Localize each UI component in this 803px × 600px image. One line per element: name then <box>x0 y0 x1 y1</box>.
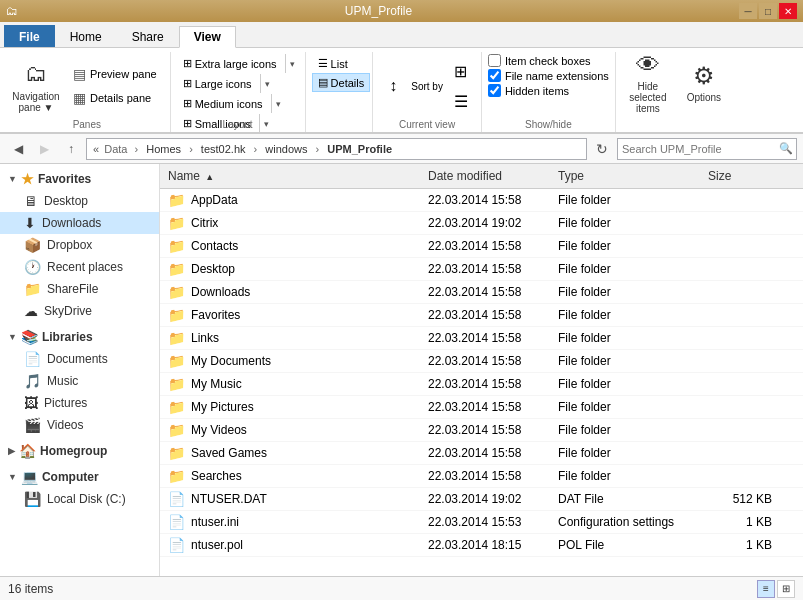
details-view-btn[interactable]: ≡ <box>757 580 775 598</box>
table-row[interactable]: 📁 My Music 22.03.2014 15:58 File folder <box>160 373 803 396</box>
table-row[interactable]: 📁 Downloads 22.03.2014 15:58 File folder <box>160 281 803 304</box>
table-row[interactable]: 📁 Favorites 22.03.2014 15:58 File folder <box>160 304 803 327</box>
libraries-header[interactable]: ▼ 📚 Libraries <box>0 326 159 348</box>
tab-home[interactable]: Home <box>55 25 117 47</box>
close-button[interactable]: ✕ <box>779 3 797 19</box>
view-icon-1[interactable]: ⊞ <box>447 57 475 85</box>
table-row[interactable]: 📁 My Videos 22.03.2014 15:58 File folder <box>160 419 803 442</box>
sidebar-item-downloads[interactable]: ⬇ Downloads <box>0 212 159 234</box>
tab-share[interactable]: Share <box>117 25 179 47</box>
col-header-name[interactable]: Name ▲ <box>160 167 420 185</box>
search-icon[interactable]: 🔍 <box>776 139 796 159</box>
table-row[interactable]: 📁 Citrix 22.03.2014 19:02 File folder <box>160 212 803 235</box>
col-header-type[interactable]: Type <box>550 167 700 185</box>
computer-header[interactable]: ▼ 💻 Computer <box>0 466 159 488</box>
hide-selected-icon: 👁 <box>636 51 660 79</box>
hidden-items-checkbox[interactable] <box>488 84 501 97</box>
refresh-button[interactable]: ↻ <box>591 138 613 160</box>
action-buttons: 👁 Hide selected items ⚙ Options <box>622 54 730 124</box>
details-button[interactable]: ▤ Details <box>312 73 371 92</box>
file-date-cell: 22.03.2014 15:53 <box>420 514 550 530</box>
file-icon: 📄 <box>168 537 185 553</box>
table-row[interactable]: 📁 Desktop 22.03.2014 15:58 File folder <box>160 258 803 281</box>
table-row[interactable]: 📁 Links 22.03.2014 15:58 File folder <box>160 327 803 350</box>
sidebar-item-pictures[interactable]: 🖼 Pictures <box>0 392 159 414</box>
sidebar-item-local-disk[interactable]: 💾 Local Disk (C:) <box>0 488 159 510</box>
sidebar-item-dropbox[interactable]: 📦 Dropbox <box>0 234 159 256</box>
file-name: Favorites <box>191 308 240 322</box>
file-name-cell: 📁 My Music <box>160 375 420 393</box>
libraries-label: Libraries <box>42 330 93 344</box>
table-row[interactable]: 📁 Searches 22.03.2014 15:58 File folder <box>160 465 803 488</box>
address-path[interactable]: « Data › Homes › test02.hk › windows › U… <box>86 138 587 160</box>
forward-button[interactable]: ▶ <box>32 138 56 160</box>
table-row[interactable]: 📁 My Documents 22.03.2014 15:58 File fol… <box>160 350 803 373</box>
layout-content: ⊞ Extra large icons ▾ ⊞ Large icons ▾ ⊞ <box>177 54 299 147</box>
file-name-extensions-row[interactable]: File name extensions <box>488 69 609 82</box>
sidebar-item-sharefile[interactable]: 📁 ShareFile <box>0 278 159 300</box>
file-icon: 📁 <box>168 330 185 346</box>
table-row[interactable]: 📄 NTUSER.DAT 22.03.2014 19:02 DAT File 5… <box>160 488 803 511</box>
file-type-cell: File folder <box>550 399 700 415</box>
back-button[interactable]: ◀ <box>6 138 30 160</box>
item-checkboxes-checkbox[interactable] <box>488 54 501 67</box>
sidebar-section-favorites: ▼ ★ Favorites 🖥 Desktop ⬇ Downloads 📦 Dr… <box>0 168 159 322</box>
table-row[interactable]: 📁 My Pictures 22.03.2014 15:58 File fold… <box>160 396 803 419</box>
list-button[interactable]: ☰ List <box>312 54 354 73</box>
table-row[interactable]: 📁 Contacts 22.03.2014 15:58 File folder <box>160 235 803 258</box>
table-row[interactable]: 📁 AppData 22.03.2014 15:58 File folder <box>160 189 803 212</box>
desktop-icon: 🖥 <box>24 193 38 209</box>
file-name-cell: 📄 ntuser.pol <box>160 536 420 554</box>
path-part-0[interactable]: « <box>93 143 99 155</box>
minimize-button[interactable]: ─ <box>739 3 757 19</box>
details-pane-button[interactable]: ▦ Details pane <box>66 87 164 109</box>
maximize-button[interactable]: □ <box>759 3 777 19</box>
extra-large-icons-button[interactable]: ⊞ Extra large icons <box>177 54 283 73</box>
file-name: Downloads <box>191 285 250 299</box>
hide-selected-button[interactable]: 👁 Hide selected items <box>622 54 674 110</box>
table-row[interactable]: 📁 Saved Games 22.03.2014 15:58 File fold… <box>160 442 803 465</box>
sidebar-item-music[interactable]: 🎵 Music <box>0 370 159 392</box>
sidebar-item-videos[interactable]: 🎬 Videos <box>0 414 159 436</box>
medium-icons-button[interactable]: ⊞ Medium icons <box>177 94 269 113</box>
computer-arrow: ▼ <box>8 472 17 482</box>
view-icon-2[interactable]: ☰ <box>447 87 475 115</box>
hidden-items-row[interactable]: Hidden items <box>488 84 609 97</box>
sort-by-button[interactable]: ↕ <box>379 72 407 100</box>
favorites-header[interactable]: ▼ ★ Favorites <box>0 168 159 190</box>
col-header-date[interactable]: Date modified <box>420 167 550 185</box>
sidebar-item-documents[interactable]: 📄 Documents <box>0 348 159 370</box>
path-part-upm[interactable]: UPM_Profile <box>327 143 392 155</box>
large-icons-button[interactable]: ⊞ Large icons <box>177 74 258 93</box>
current-view-label: Current view <box>373 119 481 130</box>
preview-pane-button[interactable]: ▤ Preview pane <box>66 63 164 85</box>
file-icon: 📁 <box>168 445 185 461</box>
item-checkboxes-row[interactable]: Item check boxes <box>488 54 609 67</box>
col-header-size[interactable]: Size <box>700 167 780 185</box>
file-list-container[interactable]: Name ▲ Date modified Type Size 📁 AppData… <box>160 164 803 576</box>
large-icons-dropdown[interactable]: ▾ <box>260 74 274 93</box>
search-input[interactable] <box>618 143 776 155</box>
table-row[interactable]: 📄 ntuser.ini 22.03.2014 15:53 Configurat… <box>160 511 803 534</box>
file-name: Contacts <box>191 239 238 253</box>
tab-view[interactable]: View <box>179 26 236 48</box>
tab-file[interactable]: File <box>4 25 55 47</box>
homegroup-label: Homegroup <box>40 444 107 458</box>
file-name: Links <box>191 331 219 345</box>
local-disk-icon: 💾 <box>24 491 41 507</box>
icons-dropdown[interactable]: ▾ <box>285 54 299 73</box>
navigation-pane-button[interactable]: 🗂 Navigation pane ▼ <box>10 58 62 114</box>
file-name-cell: 📁 Desktop <box>160 260 420 278</box>
homegroup-header[interactable]: ▶ 🏠 Homegroup <box>0 440 159 462</box>
medium-icons-dropdown[interactable]: ▾ <box>271 94 285 113</box>
up-button[interactable]: ↑ <box>60 138 82 160</box>
sidebar-item-skydrive[interactable]: ☁ SkyDrive <box>0 300 159 322</box>
options-button[interactable]: ⚙ Options <box>678 54 730 110</box>
skydrive-icon: ☁ <box>24 303 38 319</box>
sidebar-item-recent-places[interactable]: 🕐 Recent places <box>0 256 159 278</box>
file-name-extensions-checkbox[interactable] <box>488 69 501 82</box>
table-row[interactable]: 📄 ntuser.pol 22.03.2014 18:15 POL File 1… <box>160 534 803 557</box>
large-view-btn[interactable]: ⊞ <box>777 580 795 598</box>
medium-icon: ⊞ <box>183 97 192 110</box>
sidebar-item-desktop[interactable]: 🖥 Desktop <box>0 190 159 212</box>
